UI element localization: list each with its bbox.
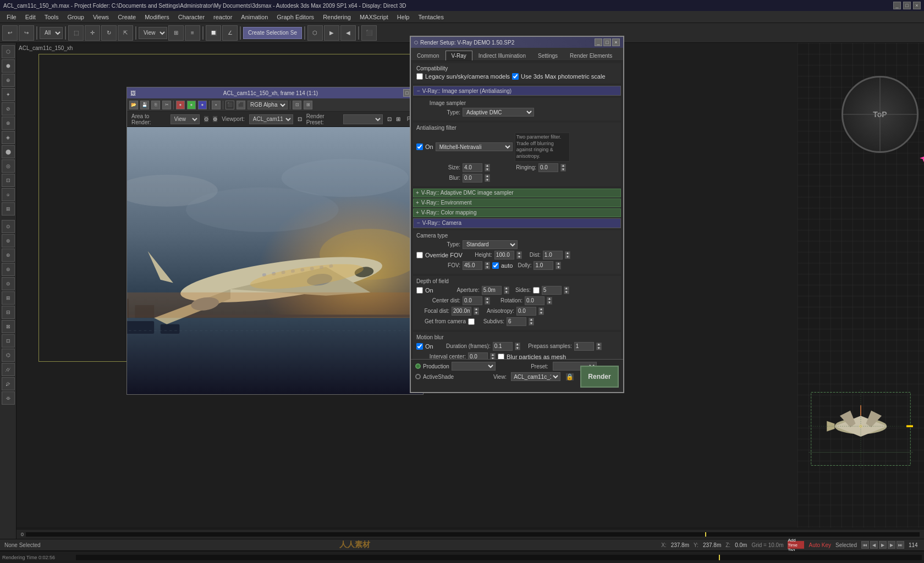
render-preset-select[interactable]: [343, 114, 383, 124]
dist-spinner[interactable]: ▲ ▼: [565, 251, 570, 259]
rotate-btn[interactable]: ↻: [101, 25, 117, 41]
left-btn-7[interactable]: ◈: [2, 131, 15, 144]
left-btn-23[interactable]: ⌭: [2, 363, 15, 376]
area-render-select[interactable]: View: [170, 114, 200, 124]
dof-sub-up[interactable]: ▲: [529, 318, 534, 322]
aniso-down[interactable]: ▼: [538, 311, 544, 315]
menu-animation[interactable]: Animation: [237, 13, 272, 21]
rotation-input[interactable]: [525, 296, 544, 305]
blur-down[interactable]: ▼: [485, 178, 490, 182]
maximize-btn[interactable]: □: [903, 2, 911, 9]
render-button[interactable]: Render: [580, 366, 619, 388]
ringing-input[interactable]: [538, 163, 558, 172]
focal-spinner[interactable]: ▲ ▼: [474, 307, 479, 315]
viewport-btn[interactable]: ⊡: [298, 116, 302, 122]
left-btn-4[interactable]: ✦: [2, 88, 15, 101]
rs-minimize-btn[interactable]: _: [595, 38, 602, 46]
menu-graph-editors[interactable]: Graph Editors: [272, 13, 318, 21]
fc-square1[interactable]: ⬛: [226, 101, 234, 109]
angle-btn[interactable]: ∠: [222, 25, 238, 41]
menu-maxscript[interactable]: MAXScript: [355, 13, 393, 21]
focal-down[interactable]: ▼: [474, 311, 479, 315]
channel-select[interactable]: RGB Alpha: [248, 101, 288, 109]
mb-duration-input[interactable]: [493, 342, 513, 351]
sides-spinner[interactable]: ▲ ▼: [564, 286, 569, 294]
quick-render-btn[interactable]: ▶: [324, 25, 339, 41]
preset-btn1[interactable]: ⊡: [387, 116, 392, 122]
close-btn[interactable]: ×: [913, 2, 921, 9]
left-btn-24[interactable]: ⌮: [2, 377, 15, 390]
aniso-up[interactable]: ▲: [538, 307, 544, 311]
mb-duration-spinner[interactable]: ▲ ▼: [515, 343, 520, 350]
fov-down[interactable]: ▼: [485, 266, 490, 269]
use3ds-checkbox[interactable]: [512, 73, 519, 80]
fc-mono-btn[interactable]: ▪: [212, 101, 221, 109]
mb-interval-input[interactable]: [468, 352, 488, 359]
auto-checkbox[interactable]: [492, 262, 499, 269]
left-btn-18[interactable]: ⊞: [2, 291, 15, 305]
center-dist-input[interactable]: [463, 296, 482, 305]
aperture-input[interactable]: [482, 286, 502, 295]
menu-tentacles[interactable]: Tentacles: [414, 13, 448, 21]
menu-group[interactable]: Group: [63, 13, 89, 21]
fc-blue-btn[interactable]: ●: [198, 101, 207, 109]
fc-open-icon[interactable]: 📂: [129, 101, 138, 109]
preset-btn2[interactable]: ⊞: [396, 116, 400, 122]
dolly-spinner[interactable]: ▲ ▼: [556, 262, 561, 269]
left-btn-15[interactable]: ⊛: [2, 249, 15, 262]
filter-dropdown[interactable]: All: [40, 27, 63, 39]
focal-up[interactable]: ▲: [474, 307, 479, 311]
menu-edit[interactable]: Edit: [21, 13, 40, 21]
aperture-down[interactable]: ▼: [504, 290, 509, 294]
blur-particles-checkbox[interactable]: [498, 354, 504, 359]
view-select[interactable]: ACL_cam11c_1: [511, 372, 560, 381]
menu-views[interactable]: Views: [89, 13, 113, 21]
center-dist-spinner[interactable]: ▲ ▼: [485, 297, 490, 305]
sampler-type-select[interactable]: Adaptive DMC: [463, 108, 534, 117]
left-btn-9[interactable]: ◎: [2, 159, 15, 173]
cam-type-select[interactable]: Standard: [463, 240, 518, 249]
render-last-btn[interactable]: ◀: [340, 25, 356, 41]
dof-on-checkbox[interactable]: [416, 287, 423, 294]
cd-down[interactable]: ▼: [485, 301, 490, 305]
tab-indirect-illumination[interactable]: Indirect Illumination: [472, 51, 532, 60]
left-btn-25[interactable]: ⌯: [2, 391, 15, 405]
menu-help[interactable]: Help: [393, 13, 414, 21]
dist-input[interactable]: [543, 251, 563, 260]
left-btn-1[interactable]: ⬡: [2, 45, 15, 58]
rs-close-btn[interactable]: ×: [612, 38, 620, 46]
height-input[interactable]: [494, 251, 514, 260]
menu-reactor[interactable]: reactor: [209, 13, 237, 21]
snap-btn[interactable]: 🔲: [206, 25, 221, 41]
left-btn-19[interactable]: ⊟: [2, 306, 15, 319]
menu-modifiers[interactable]: Modifiers: [140, 13, 174, 21]
viewport-select[interactable]: ACL_cam11c_15: [249, 114, 293, 124]
menu-rendering[interactable]: Rendering: [318, 13, 355, 21]
dist-up[interactable]: ▲: [565, 251, 570, 255]
tab-common[interactable]: Common: [411, 51, 446, 60]
next-key-btn[interactable]: ▶: [888, 541, 895, 549]
left-btn-13[interactable]: ⊙: [2, 220, 15, 233]
left-btn-16[interactable]: ⊜: [2, 263, 15, 276]
add-time-tag-btn[interactable]: Add Time Tag: [788, 541, 804, 549]
mb-interval-spinner[interactable]: ▲ ▼: [490, 353, 496, 359]
prev-frame-btn[interactable]: ⏮: [861, 541, 869, 549]
mb-dur-up[interactable]: ▲: [515, 343, 520, 346]
rotation-spinner[interactable]: ▲ ▼: [547, 297, 552, 305]
left-btn-6[interactable]: ⊗: [2, 117, 15, 130]
left-btn-20[interactable]: ⊠: [2, 320, 15, 333]
ringing-up[interactable]: ▲: [560, 164, 566, 168]
timeline-track[interactable]: [26, 532, 920, 537]
sides-checkbox[interactable]: [533, 287, 540, 294]
fc-red-btn[interactable]: ●: [176, 101, 185, 109]
menu-file[interactable]: File: [2, 13, 21, 21]
height-up[interactable]: ▲: [516, 251, 522, 255]
menu-character[interactable]: Character: [174, 13, 209, 21]
aperture-spinner[interactable]: ▲ ▼: [504, 286, 509, 294]
rot-down[interactable]: ▼: [547, 301, 552, 305]
size-input[interactable]: [463, 163, 482, 172]
aniso-spinner[interactable]: ▲ ▼: [538, 307, 544, 315]
toolbar-undo[interactable]: ↩: [2, 25, 18, 41]
fc-copy-icon[interactable]: ⎘: [151, 101, 160, 109]
left-btn-5[interactable]: ⊘: [2, 102, 15, 115]
